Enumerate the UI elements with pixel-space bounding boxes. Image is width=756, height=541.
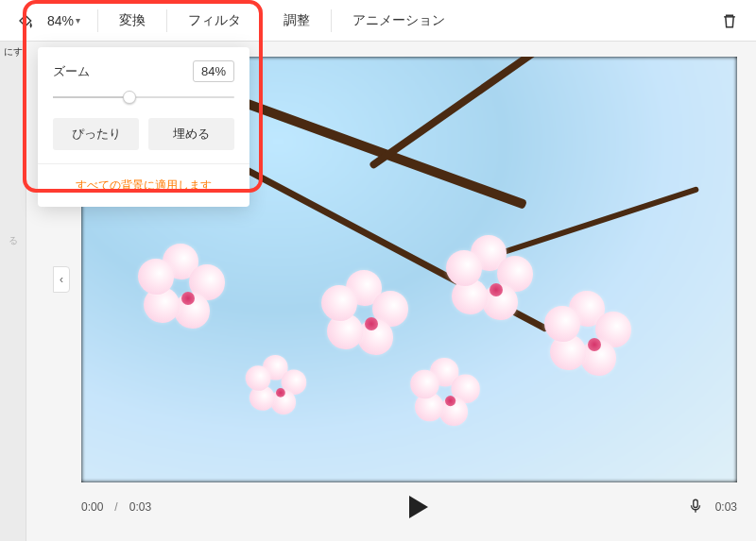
time-separator: / xyxy=(114,500,117,514)
toolbar-divider xyxy=(97,9,98,32)
zoom-title: ズーム xyxy=(53,63,90,80)
svg-rect-0 xyxy=(693,499,697,507)
slider-thumb[interactable] xyxy=(123,91,136,104)
chevron-down-icon: ▾ xyxy=(76,15,80,25)
mic-button[interactable] xyxy=(687,498,704,517)
zoom-level-label: 84% xyxy=(47,13,74,28)
adjust-button[interactable]: 調整 xyxy=(272,7,321,35)
end-time: 0:03 xyxy=(715,500,737,514)
current-time: 0:00 xyxy=(81,500,103,514)
fill-button[interactable]: 埋める xyxy=(148,118,234,150)
apply-all-backgrounds-link[interactable]: すべての背景に適用します xyxy=(76,178,212,192)
toolbar-divider xyxy=(166,9,167,32)
transform-button[interactable]: 変換 xyxy=(108,7,157,35)
truncated-text: る xyxy=(9,234,18,247)
chevron-left-icon: ‹ xyxy=(60,273,63,286)
toolbar-divider xyxy=(331,9,332,32)
top-toolbar: 84% ▾ 変換 フィルタ 調整 アニメーション xyxy=(0,0,756,42)
panel-collapse-button[interactable]: ‹ xyxy=(53,266,70,293)
zoom-popover: ズーム 84% ぴったり 埋める すべての背景に適用します xyxy=(38,47,249,207)
truncated-text: にす xyxy=(4,45,23,59)
filter-button[interactable]: フィルタ xyxy=(177,7,252,35)
delete-button[interactable] xyxy=(714,6,745,36)
transport-bar: 0:00 / 0:03 0:03 xyxy=(81,488,737,526)
paint-bucket-icon[interactable] xyxy=(11,8,38,34)
play-icon xyxy=(409,496,428,518)
animation-button[interactable]: アニメーション xyxy=(341,7,456,35)
fit-button[interactable]: ぴったり xyxy=(53,118,139,150)
toolbar-divider xyxy=(262,9,263,32)
zoom-value-input[interactable]: 84% xyxy=(193,60,234,82)
zoom-slider[interactable] xyxy=(53,90,234,105)
total-duration: 0:03 xyxy=(129,500,151,514)
left-panel-strip: にす る xyxy=(0,42,26,541)
play-button[interactable] xyxy=(409,496,428,518)
zoom-dropdown[interactable]: 84% ▾ xyxy=(40,9,88,32)
